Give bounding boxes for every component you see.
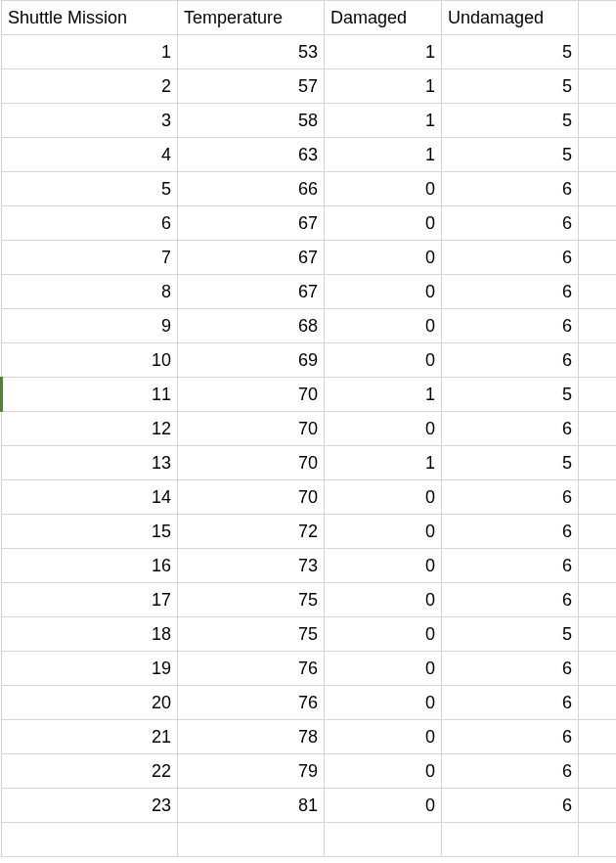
- cell-empty[interactable]: [442, 823, 579, 857]
- cell-temperature[interactable]: 70: [178, 446, 325, 480]
- cell-mission[interactable]: 12: [2, 412, 178, 446]
- cell-temperature[interactable]: 66: [178, 172, 325, 206]
- cell-damaged[interactable]: 1: [325, 104, 442, 138]
- cell-empty[interactable]: [579, 241, 617, 275]
- header-temperature[interactable]: Temperature: [178, 1, 325, 35]
- cell-mission[interactable]: 17: [2, 583, 178, 617]
- cell-temperature[interactable]: 76: [178, 652, 325, 686]
- cell-mission[interactable]: 21: [2, 720, 178, 754]
- cell-damaged[interactable]: 0: [325, 617, 442, 652]
- cell-temperature[interactable]: 72: [178, 515, 325, 549]
- cell-undamaged[interactable]: 6: [442, 343, 579, 378]
- cell-undamaged[interactable]: 6: [442, 309, 579, 343]
- cell-empty[interactable]: [579, 617, 617, 652]
- cell-empty[interactable]: [579, 172, 617, 206]
- cell-damaged[interactable]: 0: [325, 412, 442, 446]
- cell-empty[interactable]: [579, 549, 617, 583]
- cell-mission[interactable]: 10: [2, 343, 178, 378]
- cell-mission[interactable]: 5: [2, 172, 178, 206]
- cell-undamaged[interactable]: 6: [442, 754, 579, 789]
- cell-undamaged[interactable]: 6: [442, 206, 579, 241]
- cell-damaged[interactable]: 0: [325, 652, 442, 686]
- cell-empty[interactable]: [579, 789, 617, 823]
- cell-empty[interactable]: [579, 515, 617, 549]
- cell-empty[interactable]: [579, 275, 617, 309]
- cell-mission[interactable]: 7: [2, 241, 178, 275]
- cell-undamaged[interactable]: 6: [442, 275, 579, 309]
- cell-undamaged[interactable]: 6: [442, 480, 579, 515]
- cell-empty[interactable]: [579, 583, 617, 617]
- cell-mission[interactable]: 8: [2, 275, 178, 309]
- spreadsheet-table[interactable]: Shuttle Mission Temperature Damaged Unda…: [0, 0, 616, 857]
- cell-undamaged[interactable]: 6: [442, 583, 579, 617]
- cell-empty[interactable]: [579, 309, 617, 343]
- cell-mission[interactable]: 3: [2, 104, 178, 138]
- cell-temperature[interactable]: 63: [178, 138, 325, 172]
- cell-empty[interactable]: [579, 686, 617, 720]
- cell-undamaged[interactable]: 5: [442, 617, 579, 652]
- header-damaged[interactable]: Damaged: [325, 1, 442, 35]
- cell-empty[interactable]: [579, 446, 617, 480]
- header-undamaged[interactable]: Undamaged: [442, 1, 579, 35]
- cell-mission[interactable]: 11: [2, 378, 178, 412]
- cell-mission[interactable]: 13: [2, 446, 178, 480]
- cell-mission[interactable]: 15: [2, 515, 178, 549]
- cell-undamaged[interactable]: 6: [442, 686, 579, 720]
- cell-empty[interactable]: [579, 480, 617, 515]
- cell-damaged[interactable]: 0: [325, 480, 442, 515]
- cell-damaged[interactable]: 0: [325, 172, 442, 206]
- cell-damaged[interactable]: 0: [325, 309, 442, 343]
- cell-damaged[interactable]: 0: [325, 549, 442, 583]
- cell-undamaged[interactable]: 6: [442, 241, 579, 275]
- cell-damaged[interactable]: 0: [325, 583, 442, 617]
- cell-temperature[interactable]: 70: [178, 480, 325, 515]
- cell-temperature[interactable]: 53: [178, 35, 325, 69]
- cell-undamaged[interactable]: 6: [442, 172, 579, 206]
- cell-undamaged[interactable]: 6: [442, 652, 579, 686]
- cell-temperature[interactable]: 75: [178, 583, 325, 617]
- cell-damaged[interactable]: 0: [325, 686, 442, 720]
- cell-temperature[interactable]: 75: [178, 617, 325, 652]
- cell-mission[interactable]: 16: [2, 549, 178, 583]
- cell-damaged[interactable]: 0: [325, 343, 442, 378]
- cell-damaged[interactable]: 0: [325, 206, 442, 241]
- cell-damaged[interactable]: 0: [325, 241, 442, 275]
- cell-temperature[interactable]: 67: [178, 241, 325, 275]
- header-empty[interactable]: [579, 1, 617, 35]
- cell-mission[interactable]: 20: [2, 686, 178, 720]
- cell-empty[interactable]: [579, 823, 617, 857]
- cell-undamaged[interactable]: 5: [442, 104, 579, 138]
- cell-temperature[interactable]: 69: [178, 343, 325, 378]
- cell-empty[interactable]: [579, 104, 617, 138]
- cell-temperature[interactable]: 67: [178, 275, 325, 309]
- cell-damaged[interactable]: 1: [325, 35, 442, 69]
- cell-empty[interactable]: [579, 412, 617, 446]
- cell-mission[interactable]: 22: [2, 754, 178, 789]
- cell-mission[interactable]: 9: [2, 309, 178, 343]
- cell-damaged[interactable]: 0: [325, 789, 442, 823]
- cell-empty[interactable]: [579, 343, 617, 378]
- cell-empty[interactable]: [579, 206, 617, 241]
- cell-temperature[interactable]: 76: [178, 686, 325, 720]
- cell-undamaged[interactable]: 5: [442, 69, 579, 104]
- cell-temperature[interactable]: 58: [178, 104, 325, 138]
- cell-empty[interactable]: [579, 69, 617, 104]
- cell-empty[interactable]: [2, 823, 178, 857]
- cell-undamaged[interactable]: 6: [442, 720, 579, 754]
- cell-temperature[interactable]: 79: [178, 754, 325, 789]
- cell-damaged[interactable]: 0: [325, 754, 442, 789]
- cell-mission[interactable]: 19: [2, 652, 178, 686]
- cell-mission[interactable]: 23: [2, 789, 178, 823]
- cell-damaged[interactable]: 1: [325, 69, 442, 104]
- cell-damaged[interactable]: 0: [325, 720, 442, 754]
- cell-damaged[interactable]: 1: [325, 378, 442, 412]
- cell-mission[interactable]: 14: [2, 480, 178, 515]
- cell-empty[interactable]: [178, 823, 325, 857]
- cell-undamaged[interactable]: 6: [442, 515, 579, 549]
- cell-temperature[interactable]: 73: [178, 549, 325, 583]
- cell-empty[interactable]: [579, 754, 617, 789]
- cell-temperature[interactable]: 68: [178, 309, 325, 343]
- cell-undamaged[interactable]: 5: [442, 35, 579, 69]
- cell-undamaged[interactable]: 5: [442, 138, 579, 172]
- cell-damaged[interactable]: 1: [325, 446, 442, 480]
